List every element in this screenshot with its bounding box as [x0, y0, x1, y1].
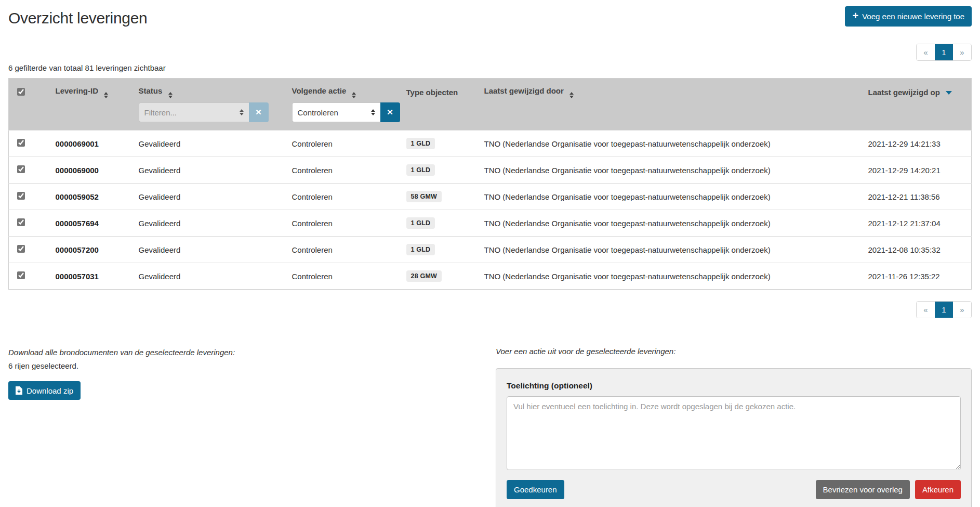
levering-id: 0000069001 — [50, 131, 134, 157]
status-filter-cell: Filteren... ✕ — [134, 100, 287, 131]
selected-rows-text: 6 rijen geselecteerd. — [8, 361, 496, 370]
laatst-gewijzigd-op: 2021-12-21 11:38:56 — [863, 184, 972, 210]
laatst-gewijzigd-door: TNO (Nederlandse Organisatie voor toegep… — [479, 157, 863, 184]
topbar: Overzicht leveringen + Voeg een nieuwe l… — [8, 6, 972, 27]
filter-summary: 6 gefilterde van totaal 81 leveringen zi… — [8, 63, 972, 72]
select-arrows-icon — [240, 109, 244, 115]
pagination-next-button[interactable]: » — [953, 302, 971, 318]
pagination-bottom: « 1 » — [916, 301, 972, 318]
col-header-type-objecten-label: Type objecten — [406, 88, 458, 97]
select-all-checkbox[interactable] — [17, 88, 25, 96]
bevriezen-voor-overleg-button[interactable]: Bevriezen voor overleg — [816, 480, 910, 499]
volgende-actie: Controleren — [287, 237, 401, 263]
col-header-status[interactable]: Status — [134, 79, 287, 101]
laatst-gewijzigd-door: TNO (Nederlandse Organisatie voor toegep… — [479, 210, 863, 237]
table-header: Levering-ID Status Volgende actie Type o… — [9, 79, 972, 131]
filter-empty-cell — [401, 100, 479, 131]
table-row[interactable]: 0000057694 Gevalideerd Controleren 1 GLD… — [9, 210, 972, 237]
col-header-laatst-gewijzigd-op-label: Laatst gewijzigd op — [868, 88, 940, 97]
filter-empty-cell — [863, 100, 972, 131]
table-row[interactable]: 0000059052 Gevalideerd Controleren 58 GM… — [9, 184, 972, 210]
laatst-gewijzigd-op: 2021-12-12 21:37:04 — [863, 210, 972, 237]
status: Gevalideerd — [134, 263, 287, 290]
volgende-actie-filter-value: Controleren — [298, 108, 338, 117]
select-arrows-icon — [371, 109, 375, 115]
volgende-actie: Controleren — [287, 157, 401, 184]
pagination-page-1[interactable]: 1 — [935, 44, 953, 60]
volgende-actie: Controleren — [287, 263, 401, 290]
pagination-row-bottom: « 1 » — [8, 301, 972, 318]
table-row[interactable]: 0000057200 Gevalideerd Controleren 1 GLD… — [9, 237, 972, 263]
col-header-laatst-gewijzigd-op[interactable]: Laatst gewijzigd op — [863, 79, 972, 101]
col-header-laatst-gewijzigd-door-label: Laatst gewijzigd door — [484, 86, 564, 95]
page-title: Overzicht leveringen — [8, 9, 147, 27]
sort-icon — [570, 92, 574, 98]
row-checkbox[interactable] — [17, 271, 25, 279]
action-section-heading: Voer een actie uit voor de geselecteerde… — [496, 347, 972, 356]
pagination-top: « 1 » — [916, 44, 972, 61]
sort-icon — [104, 92, 108, 98]
row-checkbox[interactable] — [17, 165, 25, 173]
table-row[interactable]: 0000057031 Gevalideerd Controleren 28 GM… — [9, 263, 972, 290]
status-filter-clear-button[interactable]: ✕ — [249, 102, 269, 122]
col-header-laatst-gewijzigd-door[interactable]: Laatst gewijzigd door — [479, 79, 863, 101]
volgende-actie-filter-select[interactable]: Controleren — [292, 102, 380, 122]
type-objecten-badge: 1 GLD — [406, 217, 435, 229]
col-header-volgende-actie[interactable]: Volgende actie — [287, 79, 401, 101]
type-objecten-badge: 1 GLD — [406, 244, 435, 255]
pagination-page-1[interactable]: 1 — [935, 302, 953, 318]
sort-icon — [352, 92, 356, 98]
table-body: 0000069001 Gevalideerd Controleren 1 GLD… — [9, 131, 972, 290]
action-panel: Toelichting (optioneel) Goedkeuren Bevri… — [496, 368, 972, 507]
pagination-prev-button[interactable]: « — [917, 44, 935, 60]
volgende-actie-filter: Controleren ✕ — [292, 102, 400, 122]
col-header-volgende-actie-label: Volgende actie — [292, 86, 347, 95]
status: Gevalideerd — [134, 157, 287, 184]
table-row[interactable]: 0000069000 Gevalideerd Controleren 1 GLD… — [9, 157, 972, 184]
row-checkbox[interactable] — [17, 192, 25, 200]
laatst-gewijzigd-door: TNO (Nederlandse Organisatie voor toegep… — [479, 131, 863, 157]
volgende-actie: Controleren — [287, 210, 401, 237]
afkeuren-button[interactable]: Afkeuren — [915, 480, 961, 499]
download-zip-button-label: Download zip — [27, 387, 73, 395]
download-zip-button[interactable]: Download zip — [8, 381, 81, 400]
status-filter-select[interactable]: Filteren... — [139, 102, 249, 122]
filter-empty-cell — [479, 100, 863, 131]
laatst-gewijzigd-op: 2021-12-29 14:21:33 — [863, 131, 972, 157]
sort-icon — [168, 92, 173, 98]
download-file-icon — [16, 386, 22, 395]
status: Gevalideerd — [134, 131, 287, 157]
plus-icon: + — [852, 10, 858, 21]
status: Gevalideerd — [134, 184, 287, 210]
filter-empty-cell — [9, 100, 50, 131]
levering-id: 0000057200 — [50, 237, 134, 263]
pagination-next-button[interactable]: » — [953, 44, 971, 60]
col-header-levering-id[interactable]: Levering-ID — [50, 79, 134, 101]
row-checkbox[interactable] — [17, 218, 25, 226]
volgende-actie-filter-cell: Controleren ✕ — [287, 100, 401, 131]
levering-id: 0000059052 — [50, 184, 134, 210]
pagination-prev-button[interactable]: « — [917, 302, 935, 318]
pagination-row-top: « 1 » — [8, 44, 972, 61]
goedkeuren-button[interactable]: Goedkeuren — [507, 480, 564, 499]
status-filter: Filteren... ✕ — [139, 102, 269, 122]
status: Gevalideerd — [134, 237, 287, 263]
status: Gevalideerd — [134, 210, 287, 237]
add-delivery-button[interactable]: + Voeg een nieuwe levering toe — [845, 6, 972, 27]
type-objecten-badge: 58 GMW — [406, 191, 442, 202]
leveringen-table: Levering-ID Status Volgende actie Type o… — [8, 78, 972, 290]
table-row[interactable]: 0000069001 Gevalideerd Controleren 1 GLD… — [9, 131, 972, 157]
buttons-spacer — [570, 480, 811, 499]
action-buttons: Goedkeuren Bevriezen voor overleg Afkeur… — [507, 480, 961, 499]
type-objecten-badge: 1 GLD — [406, 138, 435, 149]
toelichting-textarea[interactable] — [507, 396, 961, 470]
sort-descending-icon — [946, 91, 952, 95]
row-checkbox[interactable] — [17, 139, 25, 147]
action-section: Voer een actie uit voor de geselecteerde… — [496, 347, 972, 507]
type-objecten-badge: 1 GLD — [406, 164, 435, 176]
volgende-actie-filter-clear-button[interactable]: ✕ — [380, 102, 400, 122]
type-objecten-badge: 28 GMW — [406, 270, 442, 282]
volgende-actie: Controleren — [287, 184, 401, 210]
laatst-gewijzigd-door: TNO (Nederlandse Organisatie voor toegep… — [479, 237, 863, 263]
row-checkbox[interactable] — [17, 245, 25, 253]
